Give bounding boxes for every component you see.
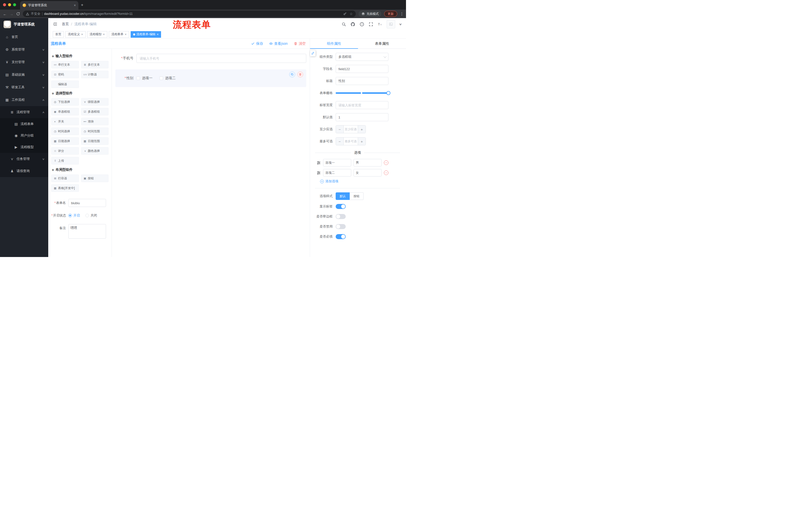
gender-option-1-checkbox[interactable]: 选项一 [137, 76, 152, 80]
sidebar-collapse-icon[interactable] [53, 22, 58, 27]
option-1-name-input[interactable] [323, 159, 351, 166]
security-warning-icon[interactable] [26, 12, 29, 16]
browser-update-button[interactable]: 更新 [384, 11, 397, 17]
option-2-value-input[interactable] [353, 169, 382, 177]
avatar[interactable] [387, 20, 395, 28]
option-1-value-input[interactable] [353, 159, 382, 166]
back-icon[interactable]: ← [3, 12, 7, 16]
palette-item-row-container[interactable]: ⊞行容器 [51, 174, 79, 182]
palette-item-color[interactable]: ◑颜色选择 [81, 147, 109, 155]
new-tab-button[interactable]: + [81, 2, 83, 7]
sidebar-item-workflow[interactable]: ▦ 工作流程 ∧ [0, 93, 48, 106]
tab-process-form[interactable]: 流程表单 × [109, 31, 129, 38]
drag-handle-icon[interactable] [317, 171, 321, 175]
font-size-icon[interactable]: TT [378, 22, 382, 27]
browser-menu-icon[interactable]: ⋮ [400, 11, 403, 16]
status-open-radio[interactable]: 开启 [68, 213, 80, 218]
breadcrumb-home[interactable]: 首页 [62, 22, 69, 26]
palette-item-select[interactable]: ◎下拉选择 [51, 98, 79, 106]
close-icon[interactable]: × [103, 33, 105, 36]
view-json-button[interactable]: 查看json [269, 42, 288, 46]
close-icon[interactable]: × [81, 33, 83, 36]
show-label-switch[interactable] [336, 204, 346, 209]
tab-form-props[interactable]: 表单属性 [358, 39, 406, 49]
sidebar-item-system[interactable]: ⚙ 系统管理 ∨ [0, 43, 48, 56]
close-icon[interactable]: × [157, 33, 159, 36]
sidebar-item-user-group[interactable]: ◉ 用户分组 [0, 130, 48, 141]
form-grid-slider[interactable] [336, 89, 389, 97]
sidebar-item-home[interactable]: ⌂ 首页 [0, 31, 48, 43]
palette-item-cascader[interactable]: ⋎级联选择 [81, 98, 109, 106]
palette-item-checkbox-group[interactable]: ☑多选框组 [81, 108, 109, 115]
close-icon[interactable]: × [125, 33, 127, 36]
disabled-switch[interactable] [336, 224, 346, 229]
window-minimize-button[interactable] [8, 3, 11, 6]
canvas-selected-field-gender[interactable]: *性别 选项一 选项二 [115, 70, 306, 87]
palette-item-textarea[interactable]: ≣多行文本 [81, 61, 109, 69]
sidebar-item-process-management[interactable]: ≣ 流程管理 ∧ [0, 106, 48, 118]
palette-item-date[interactable]: ▦日期选择 [51, 137, 79, 145]
required-switch[interactable] [336, 234, 346, 239]
forward-icon[interactable]: → [9, 12, 13, 16]
palette-item-upload[interactable]: ⇧上传 [51, 157, 79, 164]
fullscreen-icon[interactable] [369, 22, 373, 27]
form-canvas[interactable]: *手机号 [112, 49, 310, 257]
style-button-button[interactable]: 按钮 [350, 192, 364, 200]
password-key-icon[interactable] [343, 12, 347, 16]
slider-handle[interactable] [386, 91, 390, 95]
avatar-caret-icon[interactable]: ∨ [399, 23, 402, 26]
form-name-input[interactable] [68, 199, 106, 207]
save-button[interactable]: 保存 [251, 42, 263, 46]
sidebar-item-devtools[interactable]: ⚒ 研发工具 ∨ [0, 81, 48, 93]
component-type-select[interactable]: 多选框组 [336, 53, 388, 61]
palette-item-table[interactable]: ▦表格[开发中] [51, 184, 79, 192]
decrease-button[interactable]: − [336, 126, 343, 133]
default-value-input[interactable] [336, 113, 388, 121]
tab-process-form-edit[interactable]: 流程表单-编辑 × [130, 31, 161, 38]
reload-icon[interactable] [16, 12, 20, 16]
canvas-field-phone[interactable]: *手机号 [115, 54, 306, 63]
palette-item-editor[interactable]: 编辑器 [51, 80, 79, 88]
field-link-icon[interactable] [310, 50, 316, 56]
window-zoom-button[interactable] [13, 3, 16, 6]
github-icon[interactable] [350, 22, 355, 27]
remove-option-icon[interactable]: − [384, 160, 388, 165]
sidebar-item-process-model[interactable]: ▶ 流程模型 [0, 141, 48, 153]
bookmark-star-icon[interactable]: ☆ [349, 12, 353, 16]
increase-button[interactable]: + [358, 138, 366, 145]
window-close-button[interactable] [3, 3, 6, 6]
border-switch[interactable] [336, 214, 346, 219]
tab-process-definition[interactable]: 流程定义 × [65, 31, 86, 38]
remark-textarea[interactable]: 嘿嘿 [68, 224, 106, 239]
decrease-button[interactable]: − [336, 138, 343, 145]
address-bar[interactable]: 不安全 dashboard.yudao.iocoder.cn/bpm/manag… [23, 10, 356, 17]
tab-process-model[interactable]: 流程模型 × [87, 31, 108, 38]
palette-item-password[interactable]: ⊡密码 [51, 71, 79, 78]
sidebar-item-task-management[interactable]: ⋎ 任务管理 ∨ [0, 153, 48, 165]
delete-field-button[interactable] [297, 72, 303, 77]
field-name-input[interactable] [336, 65, 388, 73]
tab-home[interactable]: 首页 [53, 31, 64, 38]
palette-item-switch[interactable]: ◐开关 [51, 118, 79, 125]
sidebar-item-infrastructure[interactable]: ▤ 基础设施 ∨ [0, 69, 48, 81]
status-closed-radio[interactable]: 关闭 [85, 213, 97, 218]
title-input[interactable] [336, 77, 388, 85]
copy-field-button[interactable] [289, 72, 295, 77]
palette-item-date-range[interactable]: ▦日期范围 [81, 137, 109, 145]
search-icon[interactable] [342, 22, 346, 27]
palette-item-slider[interactable]: ⊷滑块 [81, 118, 109, 125]
add-option-button[interactable]: + 添加选项 [320, 179, 402, 184]
palette-item-rate[interactable]: ☆评分 [51, 147, 79, 155]
gender-option-2-checkbox[interactable]: 选项二 [160, 76, 176, 80]
palette-item-time-range[interactable]: ◷时间范围 [81, 128, 109, 135]
tab-close-icon[interactable]: × [74, 3, 76, 7]
label-width-input[interactable] [336, 101, 388, 109]
max-select-input[interactable] [343, 138, 358, 145]
tab-component-props[interactable]: 组件属性 [310, 39, 358, 49]
help-icon[interactable]: ? [359, 22, 364, 27]
remove-option-icon[interactable]: − [384, 170, 388, 175]
style-default-button[interactable]: 默认 [336, 192, 350, 200]
drag-handle-icon[interactable] [317, 161, 321, 165]
palette-item-radio-group[interactable]: ◉单选框组 [51, 108, 79, 115]
sidebar-item-payment[interactable]: ¥ 支付管理 ∨ [0, 56, 48, 69]
